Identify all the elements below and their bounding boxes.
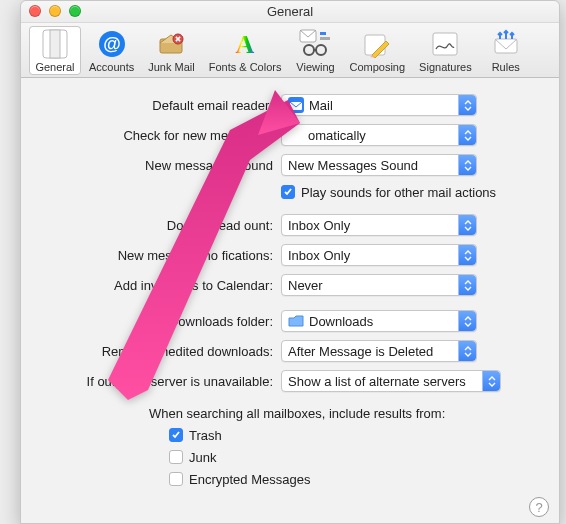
- notifications-label: New message no fications:: [21, 248, 281, 263]
- select-value: After Message is Deleted: [288, 344, 433, 359]
- check-messages-label: Check for new messages:: [21, 128, 281, 143]
- select-value: Downloads: [309, 314, 373, 329]
- preferences-window: General General @ Accounts Junk Mail: [20, 0, 560, 524]
- fonts-colors-icon: A: [229, 28, 261, 60]
- tab-label: Junk Mail: [148, 61, 194, 73]
- tab-general[interactable]: General: [29, 26, 81, 75]
- chevron-up-down-icon: [458, 245, 476, 265]
- new-sound-select[interactable]: New Messages Sound: [281, 154, 477, 176]
- select-value: Mail: [309, 98, 333, 113]
- tab-junk-mail[interactable]: Junk Mail: [142, 26, 200, 75]
- search-junk-label: Junk: [189, 450, 216, 465]
- tab-rules[interactable]: Rules: [480, 26, 532, 75]
- calendar-label: Add invitations to Calendar:: [21, 278, 281, 293]
- default-reader-label: Default email reader:: [21, 98, 281, 113]
- select-value: Inbox Only: [288, 248, 350, 263]
- accounts-icon: @: [96, 28, 128, 60]
- chevron-up-down-icon: [458, 341, 476, 361]
- svg-text:A: A: [236, 30, 255, 59]
- tab-label: Accounts: [89, 61, 134, 73]
- titlebar: General: [21, 1, 559, 23]
- svg-rect-10: [320, 37, 330, 40]
- downloads-folder-label: Downloads folder:: [21, 314, 281, 329]
- help-button[interactable]: ?: [529, 497, 549, 517]
- svg-rect-1: [50, 30, 60, 58]
- chevron-up-down-icon: [458, 155, 476, 175]
- tab-accounts[interactable]: @ Accounts: [83, 26, 140, 75]
- select-value: New Messages Sound: [288, 158, 418, 173]
- viewing-icon: [299, 28, 331, 60]
- search-junk-checkbox[interactable]: Junk: [169, 445, 216, 469]
- chevron-up-down-icon: [458, 125, 476, 145]
- rules-icon: [490, 28, 522, 60]
- dock-unread-label: Dock unread ount:: [21, 218, 281, 233]
- search-trash-label: Trash: [189, 428, 222, 443]
- notifications-select[interactable]: Inbox Only: [281, 244, 477, 266]
- outgoing-select[interactable]: Show a list of alternate servers: [281, 370, 501, 392]
- chevron-up-down-icon: [458, 215, 476, 235]
- search-encrypted-label: Encrypted Messages: [189, 472, 310, 487]
- mail-app-icon: [288, 97, 304, 113]
- search-trash-checkbox[interactable]: Trash: [169, 423, 222, 447]
- chevron-up-down-icon: [458, 95, 476, 115]
- chevron-up-down-icon: [482, 371, 500, 391]
- remove-downloads-select[interactable]: After Message is Deleted: [281, 340, 477, 362]
- outgoing-label: If outgoing server is unavailable:: [21, 374, 281, 389]
- tab-viewing[interactable]: Viewing: [289, 26, 341, 75]
- downloads-folder-select[interactable]: Downloads: [281, 310, 477, 332]
- tab-label: Rules: [492, 61, 520, 73]
- select-value: Never: [288, 278, 323, 293]
- svg-text:@: @: [103, 34, 121, 54]
- composing-icon: [361, 28, 393, 60]
- search-heading: When searching all mailboxes, include re…: [149, 406, 445, 421]
- folder-icon: [288, 313, 304, 329]
- svg-rect-15: [495, 39, 517, 53]
- new-sound-label: New messages sound: [21, 158, 281, 173]
- general-pane: Default email reader: Mail C: [21, 78, 559, 523]
- play-sounds-checkbox[interactable]: Play sounds for other mail actions: [281, 180, 496, 204]
- svg-rect-14: [433, 33, 457, 55]
- junk-mail-icon: [155, 28, 187, 60]
- play-sounds-label: Play sounds for other mail actions: [301, 185, 496, 200]
- tab-label: Fonts & Colors: [209, 61, 282, 73]
- svg-point-11: [304, 45, 314, 55]
- signatures-icon: [429, 28, 461, 60]
- search-encrypted-checkbox[interactable]: Encrypted Messages: [169, 467, 310, 491]
- svg-rect-9: [320, 32, 326, 35]
- tab-label: General: [35, 61, 74, 73]
- checkbox-icon: [169, 428, 183, 442]
- general-icon: [39, 28, 71, 60]
- checkbox-icon: [169, 472, 183, 486]
- default-reader-select[interactable]: Mail: [281, 94, 477, 116]
- check-messages-select[interactable]: omatically: [281, 124, 477, 146]
- tab-label: Composing: [349, 61, 405, 73]
- tab-fonts-colors[interactable]: A Fonts & Colors: [203, 26, 288, 75]
- svg-point-12: [316, 45, 326, 55]
- chevron-up-down-icon: [458, 275, 476, 295]
- chevron-up-down-icon: [458, 311, 476, 331]
- checkbox-icon: [169, 450, 183, 464]
- tab-signatures[interactable]: Signatures: [413, 26, 478, 75]
- remove-downloads-label: Remove unedited downloads:: [21, 344, 281, 359]
- dock-unread-select[interactable]: Inbox Only: [281, 214, 477, 236]
- window-title: General: [21, 4, 559, 19]
- checkbox-icon: [281, 185, 295, 199]
- select-value: Inbox Only: [288, 218, 350, 233]
- select-value: Show a list of alternate servers: [288, 374, 466, 389]
- tab-label: Viewing: [296, 61, 334, 73]
- calendar-select[interactable]: Never: [281, 274, 477, 296]
- tab-composing[interactable]: Composing: [343, 26, 411, 75]
- select-value: omatically: [308, 128, 366, 143]
- preferences-toolbar: General @ Accounts Junk Mail A Fonts & C…: [21, 23, 559, 78]
- tab-label: Signatures: [419, 61, 472, 73]
